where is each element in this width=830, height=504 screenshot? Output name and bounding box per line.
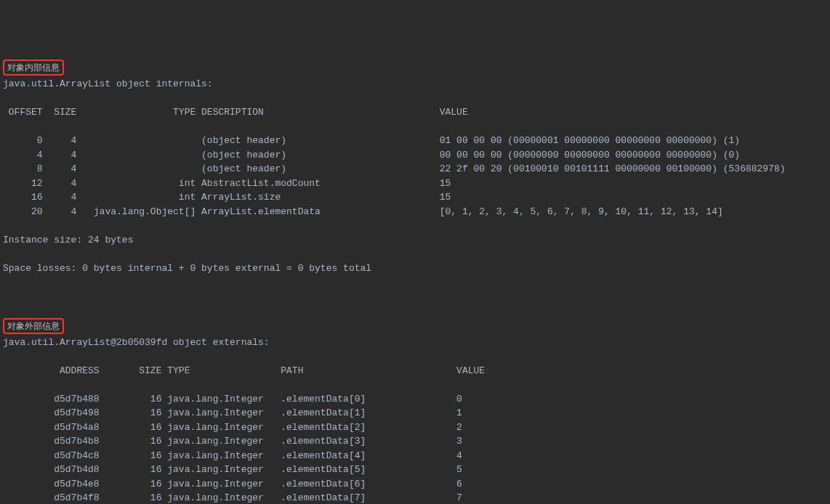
- instance-size: Instance size: 24 bytes: [3, 233, 827, 248]
- internals-row: 8 4 (object header) 22 2f 00 20 (0010001…: [3, 162, 827, 176]
- internals-columns: OFFSET SIZE TYPE DESCRIPTION VALUE: [3, 105, 827, 120]
- externals-row: d5d7b4c8 16 java.lang.Integer .elementDa…: [3, 449, 827, 463]
- internals-row: 16 4 int ArrayList.size 15: [3, 190, 827, 205]
- externals-rows: d5d7b488 16 java.lang.Integer .elementDa…: [3, 392, 827, 505]
- internals-rows: 0 4 (object header) 01 00 00 00 (0000000…: [3, 134, 827, 219]
- externals-header: java.util.ArrayList@2b05039fd object ext…: [3, 336, 827, 350]
- space-losses: Space losses: 0 bytes internal + 0 bytes…: [3, 261, 827, 276]
- internals-row: 20 4 java.lang.Object[] ArrayList.elemen…: [3, 205, 827, 219]
- blank-line: [3, 290, 827, 304]
- externals-row: d5d7b488 16 java.lang.Integer .elementDa…: [3, 392, 827, 407]
- section-label-externals: 对象外部信息: [3, 318, 64, 334]
- externals-row: d5d7b4f8 16 java.lang.Integer .elementDa…: [3, 491, 827, 504]
- section-label-internals: 对象内部信息: [3, 60, 64, 76]
- externals-row: d5d7b4e8 16 java.lang.Integer .elementDa…: [3, 477, 827, 492]
- internals-row: 12 4 int AbstractList.modCount 15: [3, 176, 827, 191]
- internals-row: 4 4 (object header) 00 00 00 00 (0000000…: [3, 148, 827, 163]
- externals-row: d5d7b4d8 16 java.lang.Integer .elementDa…: [3, 463, 827, 477]
- internals-header: java.util.ArrayList object internals:: [3, 77, 827, 92]
- externals-row: d5d7b498 16 java.lang.Integer .elementDa…: [3, 406, 827, 420]
- internals-row: 0 4 (object header) 01 00 00 00 (0000000…: [3, 134, 827, 148]
- externals-row: d5d7b4a8 16 java.lang.Integer .elementDa…: [3, 420, 827, 435]
- externals-row: d5d7b4b8 16 java.lang.Integer .elementDa…: [3, 434, 827, 449]
- externals-columns: ADDRESS SIZE TYPE PATH VALUE: [3, 364, 827, 378]
